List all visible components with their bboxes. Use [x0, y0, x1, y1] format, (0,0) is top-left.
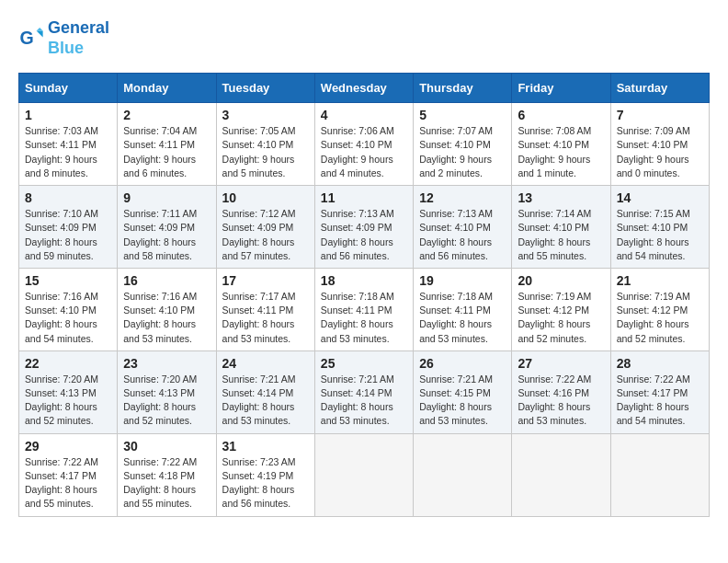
calendar-day-cell: 23 Sunrise: 7:20 AM Sunset: 4:13 PM Dayl…	[118, 350, 216, 433]
logo-icon: G	[18, 26, 44, 52]
day-info: Sunrise: 7:19 AM Sunset: 4:12 PM Dayligh…	[617, 290, 703, 346]
day-number: 19	[419, 273, 506, 288]
calendar-day-cell: 8 Sunrise: 7:10 AM Sunset: 4:09 PM Dayli…	[19, 186, 118, 269]
day-info: Sunrise: 7:22 AM Sunset: 4:16 PM Dayligh…	[518, 373, 604, 429]
day-info: Sunrise: 7:16 AM Sunset: 4:10 PM Dayligh…	[123, 290, 210, 346]
day-info: Sunrise: 7:12 AM Sunset: 4:09 PM Dayligh…	[222, 207, 309, 263]
calendar-day-cell: 18 Sunrise: 7:18 AM Sunset: 4:11 PM Dayl…	[314, 268, 413, 350]
day-number: 20	[518, 273, 604, 288]
calendar-day-cell: 10 Sunrise: 7:12 AM Sunset: 4:09 PM Dayl…	[216, 186, 314, 269]
day-number: 1	[25, 108, 111, 122]
day-number: 6	[518, 108, 604, 122]
day-info: Sunrise: 7:18 AM Sunset: 4:11 PM Dayligh…	[321, 290, 407, 346]
day-info: Sunrise: 7:20 AM Sunset: 4:13 PM Dayligh…	[123, 373, 210, 429]
calendar-day-cell: 11 Sunrise: 7:13 AM Sunset: 4:09 PM Dayl…	[314, 186, 413, 269]
day-info: Sunrise: 7:18 AM Sunset: 4:11 PM Dayligh…	[419, 290, 506, 346]
day-info: Sunrise: 7:07 AM Sunset: 4:10 PM Dayligh…	[419, 124, 506, 180]
day-info: Sunrise: 7:22 AM Sunset: 4:17 PM Dayligh…	[25, 455, 111, 511]
logo: G General Blue	[18, 18, 109, 58]
calendar-week-row: 29 Sunrise: 7:22 AM Sunset: 4:17 PM Dayl…	[19, 433, 710, 516]
calendar-week-row: 1 Sunrise: 7:03 AM Sunset: 4:11 PM Dayli…	[19, 103, 710, 186]
day-number: 3	[222, 108, 309, 122]
calendar-day-cell: 28 Sunrise: 7:22 AM Sunset: 4:17 PM Dayl…	[610, 350, 709, 433]
calendar-day-cell: 16 Sunrise: 7:16 AM Sunset: 4:10 PM Dayl…	[118, 268, 216, 350]
svg-marker-1	[37, 30, 43, 37]
calendar-day-cell: 1 Sunrise: 7:03 AM Sunset: 4:11 PM Dayli…	[19, 103, 118, 186]
calendar-day-cell: 17 Sunrise: 7:17 AM Sunset: 4:11 PM Dayl…	[216, 268, 314, 350]
calendar-day-cell: 12 Sunrise: 7:13 AM Sunset: 4:10 PM Dayl…	[414, 186, 512, 269]
calendar-day-cell: 7 Sunrise: 7:09 AM Sunset: 4:10 PM Dayli…	[610, 103, 709, 186]
calendar-day-cell: 14 Sunrise: 7:15 AM Sunset: 4:10 PM Dayl…	[610, 186, 709, 269]
day-number: 8	[25, 190, 111, 205]
day-info: Sunrise: 7:14 AM Sunset: 4:10 PM Dayligh…	[518, 207, 604, 263]
calendar-day-cell: 30 Sunrise: 7:22 AM Sunset: 4:18 PM Dayl…	[118, 433, 216, 516]
day-number: 29	[25, 439, 111, 454]
day-info: Sunrise: 7:15 AM Sunset: 4:10 PM Dayligh…	[617, 207, 703, 263]
day-info: Sunrise: 7:21 AM Sunset: 4:14 PM Dayligh…	[222, 373, 309, 429]
col-wednesday: Wednesday	[314, 74, 413, 103]
day-number: 15	[25, 273, 111, 288]
col-sunday: Sunday	[19, 74, 118, 103]
calendar-day-cell: 15 Sunrise: 7:16 AM Sunset: 4:10 PM Dayl…	[19, 268, 118, 350]
day-number: 5	[419, 108, 506, 122]
day-info: Sunrise: 7:21 AM Sunset: 4:15 PM Dayligh…	[419, 373, 506, 429]
calendar-week-row: 15 Sunrise: 7:16 AM Sunset: 4:10 PM Dayl…	[19, 268, 710, 350]
day-number: 2	[123, 108, 210, 122]
calendar-day-cell: 29 Sunrise: 7:22 AM Sunset: 4:17 PM Dayl…	[19, 433, 118, 516]
svg-text:G: G	[19, 27, 33, 47]
day-info: Sunrise: 7:19 AM Sunset: 4:12 PM Dayligh…	[518, 290, 604, 346]
col-tuesday: Tuesday	[216, 74, 314, 103]
day-info: Sunrise: 7:06 AM Sunset: 4:10 PM Dayligh…	[321, 124, 407, 180]
day-info: Sunrise: 7:21 AM Sunset: 4:14 PM Dayligh…	[321, 373, 407, 429]
day-number: 13	[518, 190, 604, 205]
day-number: 4	[321, 108, 407, 122]
day-number: 27	[518, 356, 604, 371]
col-saturday: Saturday	[610, 74, 709, 103]
calendar-header: Sunday Monday Tuesday Wednesday Thursday…	[19, 74, 710, 103]
day-info: Sunrise: 7:09 AM Sunset: 4:10 PM Dayligh…	[617, 124, 703, 180]
day-number: 16	[123, 273, 210, 288]
calendar-day-cell: 13 Sunrise: 7:14 AM Sunset: 4:10 PM Dayl…	[512, 186, 610, 269]
day-info: Sunrise: 7:20 AM Sunset: 4:13 PM Dayligh…	[25, 373, 111, 429]
calendar-day-cell: 6 Sunrise: 7:08 AM Sunset: 4:10 PM Dayli…	[512, 103, 610, 186]
calendar-day-cell: 24 Sunrise: 7:21 AM Sunset: 4:14 PM Dayl…	[216, 350, 314, 433]
day-number: 11	[321, 190, 407, 205]
day-info: Sunrise: 7:22 AM Sunset: 4:17 PM Dayligh…	[617, 373, 703, 429]
logo-text: General Blue	[48, 18, 109, 58]
day-number: 28	[617, 356, 703, 371]
day-info: Sunrise: 7:13 AM Sunset: 4:09 PM Dayligh…	[321, 207, 407, 263]
day-info: Sunrise: 7:10 AM Sunset: 4:09 PM Dayligh…	[25, 207, 111, 263]
calendar-day-cell: 21 Sunrise: 7:19 AM Sunset: 4:12 PM Dayl…	[610, 268, 709, 350]
svg-marker-2	[37, 28, 43, 30]
day-info: Sunrise: 7:08 AM Sunset: 4:10 PM Dayligh…	[518, 124, 604, 180]
calendar-day-cell: 25 Sunrise: 7:21 AM Sunset: 4:14 PM Dayl…	[314, 350, 413, 433]
calendar-day-cell	[314, 433, 413, 516]
calendar-day-cell: 5 Sunrise: 7:07 AM Sunset: 4:10 PM Dayli…	[414, 103, 512, 186]
calendar-day-cell: 26 Sunrise: 7:21 AM Sunset: 4:15 PM Dayl…	[414, 350, 512, 433]
calendar-body: 1 Sunrise: 7:03 AM Sunset: 4:11 PM Dayli…	[19, 103, 710, 516]
day-number: 7	[617, 108, 703, 122]
day-number: 23	[123, 356, 210, 371]
day-info: Sunrise: 7:11 AM Sunset: 4:09 PM Dayligh…	[123, 207, 210, 263]
col-monday: Monday	[118, 74, 216, 103]
calendar-table: Sunday Monday Tuesday Wednesday Thursday…	[18, 73, 710, 516]
calendar-day-cell: 2 Sunrise: 7:04 AM Sunset: 4:11 PM Dayli…	[118, 103, 216, 186]
day-number: 21	[617, 273, 703, 288]
day-info: Sunrise: 7:22 AM Sunset: 4:18 PM Dayligh…	[123, 455, 210, 511]
day-number: 9	[123, 190, 210, 205]
day-number: 12	[419, 190, 506, 205]
day-number: 25	[321, 356, 407, 371]
calendar-day-cell	[610, 433, 709, 516]
calendar-day-cell: 20 Sunrise: 7:19 AM Sunset: 4:12 PM Dayl…	[512, 268, 610, 350]
day-number: 30	[123, 439, 210, 454]
calendar-week-row: 8 Sunrise: 7:10 AM Sunset: 4:09 PM Dayli…	[19, 186, 710, 269]
day-info: Sunrise: 7:23 AM Sunset: 4:19 PM Dayligh…	[222, 455, 309, 511]
day-number: 10	[222, 190, 309, 205]
calendar-day-cell: 27 Sunrise: 7:22 AM Sunset: 4:16 PM Dayl…	[512, 350, 610, 433]
day-info: Sunrise: 7:03 AM Sunset: 4:11 PM Dayligh…	[25, 124, 111, 180]
calendar-day-cell	[512, 433, 610, 516]
day-number: 22	[25, 356, 111, 371]
day-number: 14	[617, 190, 703, 205]
day-info: Sunrise: 7:13 AM Sunset: 4:10 PM Dayligh…	[419, 207, 506, 263]
calendar-day-cell: 19 Sunrise: 7:18 AM Sunset: 4:11 PM Dayl…	[414, 268, 512, 350]
